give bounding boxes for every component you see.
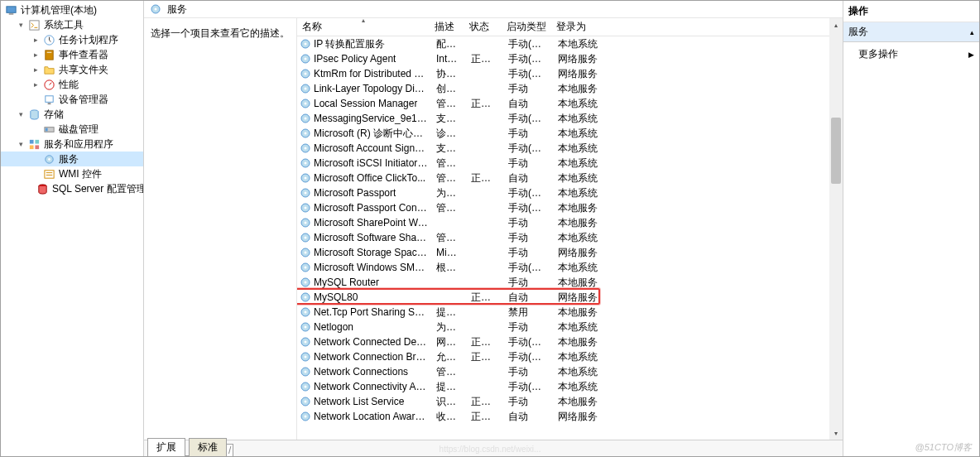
service-logon: 本地服务 [553,335,603,349]
service-row[interactable]: Microsoft Software Shad...管理...手动本地系统 [297,230,829,245]
gear-icon [299,52,312,65]
service-row[interactable]: IPsec Policy AgentInter...正在...手动(触发...网… [297,51,829,66]
service-row[interactable]: MessagingService_9e1ff34支持...手动(触发...本地系… [297,111,829,126]
service-logon: 网络服务 [553,246,603,260]
service-row[interactable]: Network Connected Devi...网络...正在...手动(触发… [297,334,829,349]
tree-system-tools[interactable]: ▾ 系统工具 [1,17,143,32]
service-desc: 管理... [431,231,466,245]
tab-standard[interactable]: 标准 [189,438,227,456]
actions-more[interactable]: 更多操作 ▶ [843,42,979,66]
tree-disk-mgmt[interactable]: ▸磁盘管理 [1,122,143,137]
scroll-thumb[interactable] [831,118,841,184]
folder-share-icon [42,63,55,76]
chevron-right-icon[interactable]: ▸ [31,50,41,60]
service-name: Microsoft (R) 诊断中心标... [314,127,428,141]
service-row[interactable]: IP 转换配置服务配置...手动(触发...本地系统 [297,36,829,51]
svg-point-53 [305,267,307,269]
service-row[interactable]: KtmRm for Distributed Tr...协调...手动(触发...… [297,66,829,81]
chevron-down-icon[interactable]: ▾ [16,109,26,119]
center-panel: 服务 选择一个项目来查看它的描述。 名称▴ 描述 状态 启动类型 登录为 IP … [144,1,843,456]
vertical-scrollbar[interactable]: ▴ ▾ [829,18,843,440]
scroll-up-button[interactable]: ▴ [829,18,843,31]
tree-shared-folders[interactable]: ▸共享文件夹 [1,62,143,77]
gear-icon [299,320,312,334]
gear-icon [299,67,312,80]
col-logon[interactable]: 登录为 [551,18,601,36]
service-name: Microsoft Windows SMS ... [314,262,428,273]
tree-device-manager[interactable]: ▸设备管理器 [1,92,143,107]
tree-task-scheduler[interactable]: ▸任务计划程序 [1,32,143,47]
svg-rect-12 [29,139,33,143]
chevron-right-icon[interactable]: ▸ [31,65,41,75]
service-row[interactable]: Microsoft Account Sign-i...支持...手动(触发...… [297,141,829,156]
service-row[interactable]: Microsoft iSCSI Initiator ...管理...手动本地系统 [297,156,829,171]
service-name: Network Connections [314,366,408,378]
col-desc[interactable]: 描述 [430,18,464,36]
service-desc: 创建... [431,82,466,96]
tree-storage[interactable]: ▾ 存储 [1,107,143,122]
service-desc: 管理... [431,97,466,111]
service-desc: 收集... [431,410,466,424]
service-row[interactable]: Network List Service识别...正在...手动本地服务 [297,394,829,409]
gear-icon [299,82,312,95]
service-desc: 为用... [431,320,466,334]
service-row[interactable]: Microsoft (R) 诊断中心标...诊断...手动本地系统 [297,126,829,141]
tree-root[interactable]: 计算机管理(本地) [1,2,143,17]
service-startup: 手动 [503,216,553,230]
chevron-right-icon[interactable]: ▸ [31,79,41,89]
service-startup: 禁用 [503,305,553,320]
clock-icon [42,33,55,46]
tree-wmi[interactable]: ▸WMI 控件 [1,166,143,181]
svg-rect-8 [47,103,50,104]
service-startup: 手动 [503,231,553,245]
service-row[interactable]: Microsoft Storage Space...Micr...手动网络服务 [297,245,829,260]
svg-point-57 [305,296,307,299]
tree-performance[interactable]: ▸性能 [1,77,143,92]
service-row[interactable]: Network Location Aware...收集...正在...自动网络服… [297,409,829,424]
svg-point-33 [305,118,307,120]
service-row[interactable]: MySQL Router手动本地服务 [297,275,829,290]
service-row[interactable]: Network Connection Bro...允许...正在...手动(触发… [297,349,829,364]
gear-icon [299,186,312,200]
col-name[interactable]: 名称▴ [297,18,430,36]
tree-sqlserver-cfg[interactable]: ▸SQL Server 配置管理器 [1,181,143,196]
service-row[interactable]: Microsoft Office ClickTo...管理...正在...自动本… [297,171,829,185]
tree-svc-apps[interactable]: ▾ 服务和应用程序 [1,137,143,152]
actions-subhead[interactable]: 服务 ▴ [843,22,979,42]
service-logon: 本地系统 [553,231,603,245]
gear-icon [299,97,312,110]
svg-point-43 [305,192,307,195]
service-row[interactable]: Microsoft SharePoint Wo...手动本地服务 [297,215,829,230]
service-startup: 手动(触发... [503,52,553,66]
service-row[interactable]: Microsoft Passport为用...手动(触发...本地系统 [297,185,829,200]
svg-point-17 [48,158,50,161]
center-header: 服务 [144,1,843,18]
tree-services[interactable]: ▸服务 [1,152,143,166]
tools-icon [27,18,41,31]
service-startup: 手动 [503,127,553,141]
service-row[interactable]: Netlogon为用...手动本地系统 [297,320,829,334]
chevron-down-icon[interactable]: ▾ [16,139,26,149]
service-startup: 手动(触发... [503,261,553,275]
service-row[interactable]: Network Connections管理...手动本地系统 [297,364,829,379]
service-row[interactable]: Microsoft Windows SMS ...根据...手动(触发...本地… [297,260,829,275]
service-row[interactable]: Local Session Manager管理...正在...自动本地系统 [297,96,829,111]
list-header: 名称▴ 描述 状态 启动类型 登录为 [297,18,843,36]
col-status[interactable]: 状态 [464,18,502,36]
service-status: 正在... [466,97,503,111]
tree-event-viewer[interactable]: ▸事件查看器 [1,47,143,62]
service-row[interactable]: Microsoft Passport Cont...管理...手动(触发...本… [297,200,829,215]
scroll-down-button[interactable]: ▾ [829,426,843,440]
service-row[interactable]: Link-Layer Topology Disc...创建...手动本地服务 [297,81,829,96]
gear-icon [299,142,312,155]
col-startup[interactable]: 启动类型 [502,18,551,36]
service-logon: 本地服务 [553,82,603,96]
service-row[interactable]: Net.Tcp Port Sharing Ser...提供...禁用本地服务 [297,305,829,320]
service-logon: 本地系统 [553,171,603,185]
chevron-right-icon[interactable]: ▸ [31,35,41,45]
service-row[interactable]: MySQL80正在...自动网络服务 [297,290,829,305]
service-status: 正在... [466,395,503,409]
tab-extended[interactable]: 扩展 [147,438,185,456]
chevron-down-icon[interactable]: ▾ [16,20,26,30]
service-row[interactable]: Network Connectivity Ass...提供...手动(触发...… [297,379,829,394]
